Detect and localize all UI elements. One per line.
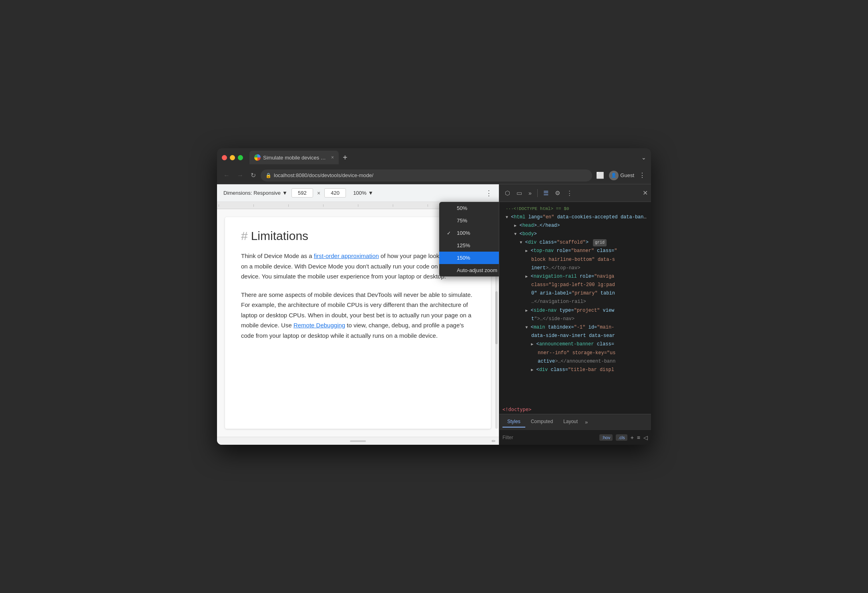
traffic-lights bbox=[222, 155, 243, 160]
top-nav-line[interactable]: ▶ <top-nav role="banner" class=" bbox=[499, 247, 651, 255]
html-lang-value: "en" bbox=[542, 214, 554, 220]
forward-button[interactable]: → bbox=[235, 170, 246, 181]
scaffold-div-line[interactable]: ▼ <div class="scaffold"> grid bbox=[499, 238, 651, 247]
new-tab-button[interactable]: + bbox=[340, 153, 350, 161]
announcement-arrow[interactable]: ▶ bbox=[531, 342, 533, 347]
elements-panel-icon[interactable]: ☰ bbox=[541, 187, 551, 199]
refresh-button[interactable]: ↻ bbox=[248, 170, 258, 181]
main-tag-line[interactable]: ▼ <main tabindex="-1" id="main- bbox=[499, 323, 651, 332]
title-bar: Simulate mobile devices with D × + ⌄ bbox=[217, 148, 651, 167]
settings-icon[interactable]: ⚙ bbox=[553, 187, 563, 199]
zoom-button[interactable]: 100% ▼ bbox=[350, 188, 376, 198]
profile-button[interactable]: 👤 Guest bbox=[609, 171, 634, 180]
announcement-class-line: nner--info" storage-key="us bbox=[499, 349, 651, 357]
zoom-arrow-icon: ▼ bbox=[368, 190, 373, 196]
address-bar[interactable]: 🔒 localhost:8080/docs/devtools/device-mo… bbox=[261, 169, 592, 182]
zoom-option-75[interactable]: 75% bbox=[439, 214, 499, 227]
window-menu-icon[interactable]: ⌄ bbox=[641, 154, 646, 161]
zoom-option-125[interactable]: 125% bbox=[439, 239, 499, 252]
bottom-resize-bar: ✏ bbox=[217, 437, 499, 445]
side-nav-arrow[interactable]: ▶ bbox=[525, 309, 528, 313]
html-arrow[interactable]: ▼ bbox=[506, 215, 508, 220]
head-tag-line[interactable]: ▶ <head>…</head> bbox=[499, 222, 651, 230]
minimize-traffic-light[interactable] bbox=[230, 155, 235, 160]
devtools-close-button[interactable]: ✕ bbox=[643, 189, 648, 197]
devtools-panel: ⬡ ▭ » ☰ ⚙ ⋮ ✕ ···<!DOCTYPE html> == $0 ▼… bbox=[499, 184, 651, 445]
zoom-option-50[interactable]: 50% bbox=[439, 202, 499, 214]
edit-icon: ✏ bbox=[492, 438, 496, 444]
nav-rail-line[interactable]: ▶ <navigation-rail role="naviga bbox=[499, 272, 651, 281]
nav-rail-arrow[interactable]: ▶ bbox=[525, 274, 528, 279]
html-tag-line[interactable]: ▼ <html lang="en" data-cookies-accepted … bbox=[499, 213, 651, 222]
profile-label: Guest bbox=[620, 172, 634, 178]
tab-title: Simulate mobile devices with D bbox=[263, 155, 327, 161]
hov-filter-button[interactable]: :hov bbox=[599, 434, 613, 441]
close-traffic-light[interactable] bbox=[222, 155, 227, 160]
cls-filter-button[interactable]: .cls bbox=[616, 434, 627, 441]
dimension-separator: × bbox=[317, 190, 320, 196]
top-nav-inert-line: inert>…</top-nav> bbox=[499, 264, 651, 272]
scrollbar-thumb[interactable] bbox=[495, 291, 498, 344]
title-bar-div-line[interactable]: ▶ <div class="title-bar displ bbox=[499, 366, 651, 374]
zoom-label-100: 100% bbox=[457, 230, 470, 236]
top-nav-class-line: block hairline-bottom" data-s bbox=[499, 256, 651, 264]
dimensions-arrow-icon[interactable]: ▼ bbox=[282, 190, 287, 196]
toggle-element-state-icon[interactable]: ≡ bbox=[637, 434, 640, 441]
heading-hash: # bbox=[241, 229, 248, 243]
side-nav-line[interactable]: ▶ <side-nav type="project" view bbox=[499, 307, 651, 315]
more-panels-icon[interactable]: » bbox=[526, 188, 534, 199]
chrome-menu-icon[interactable]: ⋮ bbox=[637, 170, 647, 181]
doctype-comment-text: ···<!DOCTYPE html> == $0 bbox=[506, 206, 569, 211]
devtools-toggle-icon[interactable]: ⬜ bbox=[595, 170, 606, 181]
announcement-line[interactable]: ▶ <announcement-banner class= bbox=[499, 340, 651, 349]
back-button[interactable]: ← bbox=[221, 170, 232, 181]
devtools-toolbar: ⬡ ▭ » ☰ ⚙ ⋮ ✕ bbox=[499, 184, 651, 202]
devtools-bottom: Styles Computed Layout » :hov .cls + ≡ bbox=[499, 414, 651, 445]
dimensions-label: Dimensions: Responsive ▼ bbox=[223, 190, 287, 196]
filter-input[interactable] bbox=[502, 435, 596, 440]
address-bar-actions: ⬜ 👤 Guest ⋮ bbox=[595, 170, 647, 181]
ruler-mark bbox=[323, 204, 358, 207]
side-nav-close-line: t">…</side-nav> bbox=[499, 315, 651, 323]
doctype-selected-line[interactable]: <!doctype> bbox=[499, 405, 651, 414]
bottom-tabs-bar: Styles Computed Layout » bbox=[499, 414, 651, 430]
add-style-rule-icon[interactable]: + bbox=[631, 434, 634, 441]
device-mode-icon[interactable]: ▭ bbox=[514, 187, 524, 199]
nav-rail-class-line: class="lg:pad-left-200 lg:pad bbox=[499, 281, 651, 289]
top-nav-arrow[interactable]: ▶ bbox=[525, 249, 528, 253]
body-arrow[interactable]: ▼ bbox=[514, 232, 516, 236]
main-arrow[interactable]: ▼ bbox=[525, 325, 528, 330]
resize-handle[interactable] bbox=[350, 440, 366, 442]
filter-bar: :hov .cls + ≡ ◁ bbox=[499, 430, 651, 445]
height-input[interactable] bbox=[324, 188, 346, 198]
main-content: Dimensions: Responsive ▼ × 100% ▼ ⋮ 50% bbox=[217, 184, 651, 445]
ruler-mark bbox=[288, 204, 323, 207]
scaffold-arrow[interactable]: ▼ bbox=[520, 240, 522, 245]
toggle-classes-icon[interactable]: ◁ bbox=[643, 434, 648, 441]
zoom-label-125: 125% bbox=[457, 242, 470, 248]
first-order-link[interactable]: first-order approximation bbox=[314, 252, 379, 259]
tab-layout[interactable]: Layout bbox=[559, 416, 583, 428]
html-tag-name: html bbox=[514, 214, 525, 220]
active-tab[interactable]: Simulate mobile devices with D × bbox=[249, 151, 339, 164]
tab-styles[interactable]: Styles bbox=[502, 416, 525, 428]
inspector-icon[interactable]: ⬡ bbox=[502, 187, 512, 199]
zoom-option-150[interactable]: 150% bbox=[439, 252, 499, 264]
more-tabs-icon[interactable]: » bbox=[585, 419, 588, 425]
nav-rail-close-line: …</navigation-rail> bbox=[499, 298, 651, 306]
zoom-option-auto[interactable]: Auto-adjust zoom bbox=[439, 264, 499, 276]
device-toolbar-more-icon[interactable]: ⋮ bbox=[485, 189, 492, 198]
devtools-more-icon[interactable]: ⋮ bbox=[564, 187, 575, 199]
zoom-label: 100% bbox=[353, 190, 366, 196]
title-bar-arrow[interactable]: ▶ bbox=[531, 368, 533, 372]
zoom-option-100[interactable]: ✓ 100% bbox=[439, 227, 499, 239]
remote-debugging-link[interactable]: Remote Debugging bbox=[293, 322, 345, 329]
width-input[interactable] bbox=[291, 188, 313, 198]
tab-close-button[interactable]: × bbox=[331, 155, 334, 160]
maximize-traffic-light[interactable] bbox=[238, 155, 243, 160]
body-tag-line[interactable]: ▼ <body> bbox=[499, 230, 651, 238]
tab-computed[interactable]: Computed bbox=[526, 416, 558, 428]
head-arrow[interactable]: ▶ bbox=[514, 224, 516, 228]
html-cookies-attr: data-cookies-accepted data-banner-dismis… bbox=[557, 214, 651, 220]
doctype-comment-line: ···<!DOCTYPE html> == $0 bbox=[499, 205, 651, 213]
